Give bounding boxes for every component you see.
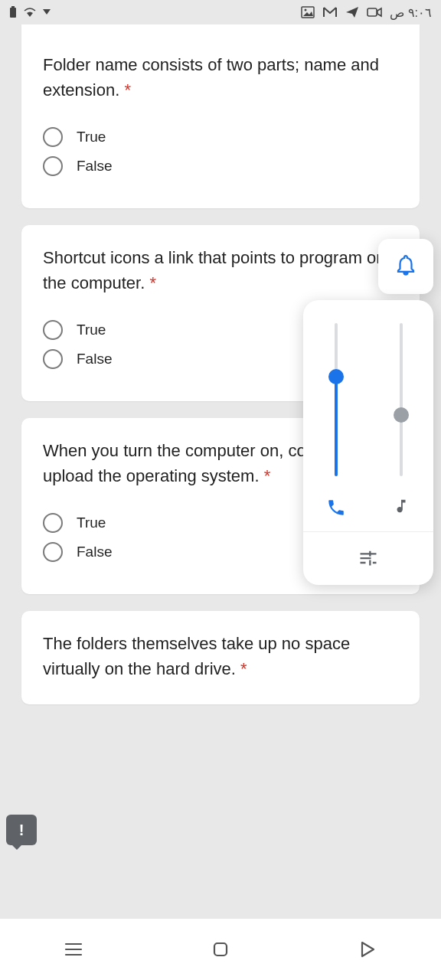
required-asterisk: *	[149, 273, 156, 292]
svg-rect-1	[11, 6, 15, 8]
battery-icon	[9, 6, 17, 18]
system-nav-bar	[0, 919, 441, 980]
question-text-span: The folders themselves take up no space …	[43, 634, 350, 678]
phone-icon	[326, 498, 346, 521]
question-text: The folders themselves take up no space …	[43, 631, 398, 681]
radio-icon	[43, 156, 63, 176]
call-volume-slider[interactable]	[303, 323, 368, 521]
option-label: False	[77, 351, 112, 368]
radio-icon	[43, 513, 63, 533]
question-card-1: Folder name consists of two parts; name …	[21, 24, 420, 208]
volume-panel	[303, 300, 433, 585]
form-content: Folder name consists of two parts; name …	[0, 24, 441, 919]
option-label: True	[77, 129, 106, 145]
question-text-span: Folder name consists of two parts; name …	[43, 55, 379, 100]
status-time: ٩:٠٦ ص	[390, 5, 432, 20]
required-asterisk: *	[124, 80, 131, 100]
recent-apps-button[interactable]	[51, 926, 96, 972]
bell-icon	[394, 253, 417, 279]
image-notif-icon	[301, 6, 315, 18]
wifi-icon	[23, 7, 37, 18]
status-bar: ٩:٠٦ ص	[0, 0, 441, 24]
svg-rect-0	[10, 8, 16, 18]
video-icon	[367, 7, 382, 18]
send-icon	[345, 6, 359, 18]
dropdown-caret-icon	[43, 9, 51, 15]
option-label: False	[77, 544, 112, 560]
question-text: Folder name consists of two parts; name …	[43, 52, 398, 103]
home-button[interactable]	[198, 926, 243, 972]
radio-icon	[43, 320, 63, 340]
volume-settings-button[interactable]	[303, 531, 433, 585]
svg-point-3	[305, 9, 307, 11]
radio-icon	[43, 542, 63, 562]
feedback-button[interactable]: !	[6, 815, 37, 845]
option-true[interactable]: True	[43, 127, 398, 147]
question-card-4: The folders themselves take up no space …	[21, 611, 420, 704]
radio-icon	[43, 127, 63, 147]
back-button[interactable]	[345, 926, 390, 972]
exclamation-icon: !	[19, 822, 24, 839]
music-note-icon	[393, 498, 410, 518]
gmail-m-icon	[322, 6, 338, 18]
ring-mode-button[interactable]	[378, 239, 433, 294]
option-label: True	[77, 322, 106, 338]
question-text-span: Shortcut icons a link that points to pro…	[43, 248, 386, 292]
media-volume-slider[interactable]	[368, 323, 433, 521]
svg-rect-4	[368, 8, 377, 16]
question-text: Shortcut icons a link that points to pro…	[43, 245, 398, 296]
status-right-icons: ٩:٠٦ ص	[301, 5, 432, 20]
option-label: True	[77, 514, 106, 531]
sliders-icon	[358, 547, 379, 571]
required-asterisk: *	[240, 659, 247, 678]
option-label: False	[77, 158, 112, 175]
status-left-icons	[9, 6, 51, 18]
radio-icon	[43, 349, 63, 369]
svg-rect-8	[214, 943, 227, 956]
required-asterisk: *	[264, 466, 271, 485]
option-false[interactable]: False	[43, 156, 398, 176]
